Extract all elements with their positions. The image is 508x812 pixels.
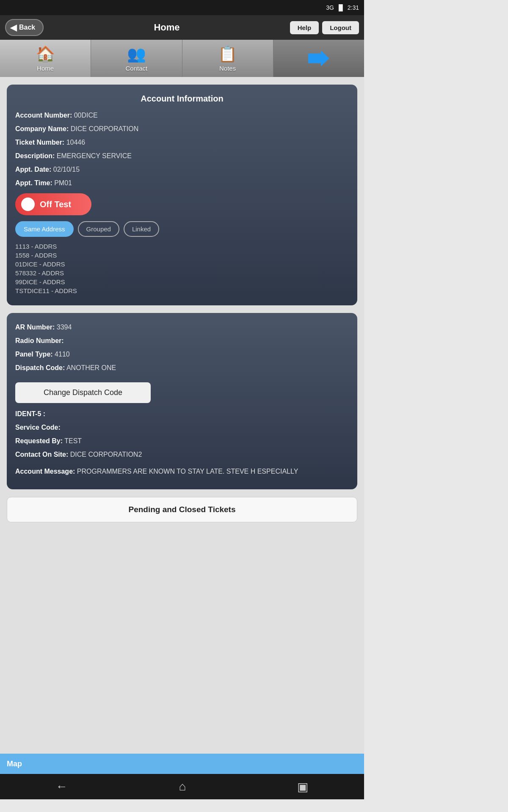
tab-home-label: Home: [37, 65, 54, 72]
off-test-row: Off Test: [15, 193, 349, 215]
nav-recent-icon[interactable]: ▣: [297, 780, 308, 794]
radio-number-line: Radio Number:: [15, 336, 349, 346]
top-nav-bar: ◀ Back Home Help Logout: [0, 15, 364, 40]
requested-by-value: TEST: [64, 437, 82, 444]
panel-type-label: Panel Type:: [15, 351, 53, 358]
notes-icon: 📋: [218, 45, 237, 63]
tab-notes-label: Notes: [219, 65, 236, 72]
logout-button[interactable]: Logout: [322, 21, 359, 34]
appt-time-label: Appt. Time:: [15, 179, 52, 187]
requested-by-label: Requested By:: [15, 437, 63, 444]
home-icon: 🏠: [36, 45, 55, 63]
account-message-value: PROGRAMMERS ARE KNOWN TO STAY LATE. STEV…: [77, 468, 298, 475]
back-label: Back: [19, 24, 35, 31]
back-button[interactable]: ◀ Back: [5, 19, 44, 36]
pending-closed-tickets-button[interactable]: Pending and Closed Tickets: [7, 497, 357, 522]
dispatch-code-label: Dispatch Code:: [15, 364, 65, 371]
dispatch-code-value: ANOTHER ONE: [66, 364, 116, 371]
tab-contact[interactable]: 👥 Contact: [91, 40, 182, 77]
appt-time-line: Appt. Time: PM01: [15, 178, 349, 188]
appt-date-line: Appt. Date: 02/10/15: [15, 165, 349, 175]
toggle-circle-icon: [21, 198, 35, 211]
dispatch-btn-row: Change Dispatch Code: [15, 376, 349, 409]
nav-home-icon[interactable]: ⌂: [179, 780, 186, 793]
bottom-nav-bar: ← ⌂ ▣: [0, 774, 364, 799]
address-filter-buttons: Same Address Grouped Linked: [15, 221, 349, 237]
tab-bar: 🏠 Home 👥 Contact 📋 Notes: [0, 40, 364, 77]
address-list: 1113 - ADDRS 1558 - ADDRS 01DICE - ADDRS…: [15, 243, 349, 294]
linked-button[interactable]: Linked: [124, 221, 159, 237]
main-content: Account Information Account Number: 00DI…: [0, 77, 364, 754]
company-name-label: Company Name:: [15, 125, 69, 132]
dispatch-code-line: Dispatch Code: ANOTHER ONE: [15, 363, 349, 373]
company-name-value: DICE CORPORATION: [71, 125, 139, 132]
appt-date-label: Appt. Date:: [15, 166, 51, 173]
ticket-number-value: 10446: [66, 139, 86, 146]
contact-on-site-label: Contact On Site:: [15, 451, 68, 458]
radio-number-label: Radio Number:: [15, 337, 64, 344]
ticket-number-label: Ticket Number:: [15, 139, 64, 146]
page-title: Home: [154, 22, 179, 33]
description-label: Description:: [15, 152, 55, 159]
company-name-line: Company Name: DICE CORPORATION: [15, 124, 349, 134]
ident5-line: IDENT-5 :: [15, 409, 349, 419]
description-line: Description: EMERGENCY SERVICE: [15, 151, 349, 161]
panel-type-value: 4110: [55, 351, 70, 358]
help-button[interactable]: Help: [290, 21, 319, 34]
map-label: Map: [7, 760, 22, 768]
ticket-number-line: Ticket Number: 10446: [15, 137, 349, 148]
appt-time-value: PM01: [54, 179, 72, 187]
account-message-line: Account Message: PROGRAMMERS ARE KNOWN T…: [15, 466, 349, 477]
ar-number-label: AR Number:: [15, 324, 55, 331]
ar-number-line: AR Number: 3394: [15, 322, 349, 332]
service-code-label: Service Code:: [15, 424, 61, 431]
contact-on-site-value: DICE CORPORATION2: [70, 451, 142, 458]
account-number-value: 00DICE: [74, 112, 98, 119]
ar-number-value: 3394: [57, 324, 72, 331]
nav-back-icon[interactable]: ←: [56, 780, 68, 793]
description-value: EMERGENCY SERVICE: [57, 152, 132, 159]
ident5-label: IDENT-5 :: [15, 410, 45, 417]
grouped-button[interactable]: Grouped: [78, 221, 119, 237]
list-item: 01DICE - ADDRS: [15, 261, 349, 268]
panel-type-line: Panel Type: 4110: [15, 349, 349, 359]
off-test-toggle[interactable]: Off Test: [15, 193, 91, 215]
account-info-card: Account Information Account Number: 00DI…: [7, 85, 357, 305]
account-message-label: Account Message:: [15, 468, 75, 475]
contact-icon: 👥: [127, 45, 146, 63]
battery-icon: ▐▌: [337, 4, 345, 11]
list-item: TSTDICE11 - ADDRS: [15, 287, 349, 294]
account-number-line: Account Number: 00DICE: [15, 110, 349, 121]
contact-on-site-line: Contact On Site: DICE CORPORATION2: [15, 450, 349, 460]
back-arrow-icon: ◀: [10, 22, 17, 33]
account-number-label: Account Number:: [15, 112, 72, 119]
tab-notes[interactable]: 📋 Notes: [182, 40, 273, 77]
tab-home[interactable]: 🏠 Home: [0, 40, 91, 77]
signal-icon: 3G: [326, 4, 334, 11]
off-test-label: Off Test: [40, 200, 71, 209]
change-dispatch-button[interactable]: Change Dispatch Code: [15, 382, 151, 403]
status-bar: 3G ▐▌ 2:31: [0, 0, 364, 15]
time-display: 2:31: [348, 4, 359, 11]
tab-more[interactable]: [273, 40, 364, 77]
arrow-right-icon: [308, 50, 329, 66]
requested-by-line: Requested By: TEST: [15, 436, 349, 446]
list-item: 578332 - ADDRS: [15, 269, 349, 277]
list-item: 1113 - ADDRS: [15, 243, 349, 250]
ar-info-card: AR Number: 3394 Radio Number: Panel Type…: [7, 313, 357, 489]
tab-contact-label: Contact: [126, 65, 148, 72]
account-card-title: Account Information: [15, 94, 349, 104]
nav-actions: Help Logout: [290, 21, 359, 34]
list-item: 1558 - ADDRS: [15, 252, 349, 259]
map-strip[interactable]: Map: [0, 754, 364, 774]
service-code-line: Service Code:: [15, 422, 349, 433]
same-address-button[interactable]: Same Address: [15, 221, 74, 237]
list-item: 99DICE - ADDRS: [15, 278, 349, 285]
appt-date-value: 02/10/15: [53, 166, 80, 173]
